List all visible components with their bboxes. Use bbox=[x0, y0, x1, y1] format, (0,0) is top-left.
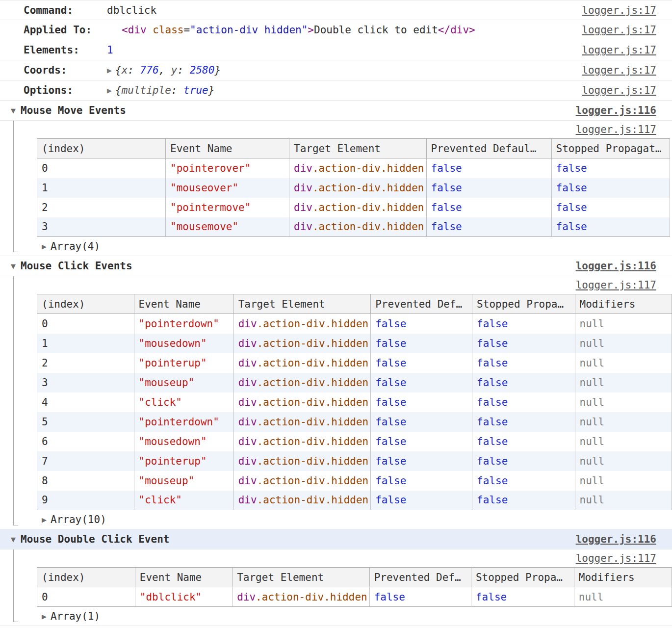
array-preview-label: Array(4) bbox=[51, 240, 100, 252]
column-header[interactable]: Modifiers bbox=[574, 568, 672, 587]
column-header[interactable]: Stopped Propagat… bbox=[551, 139, 670, 158]
collapse-triangle-icon[interactable]: ▼ bbox=[11, 536, 16, 543]
array-preview-row: ▶ Array(1) bbox=[0, 607, 672, 626]
collapse-triangle-icon[interactable]: ▼ bbox=[11, 262, 16, 270]
source-location-link[interactable]: logger.js:17 bbox=[582, 64, 656, 76]
console-log-row-applied-to: Applied To: <div class="action-div hidde… bbox=[0, 20, 672, 40]
column-header[interactable]: Target Element bbox=[233, 294, 371, 314]
table-row: 2"pointermove"div.action-div.hiddenfalse… bbox=[37, 198, 670, 217]
table-row: 0"pointerover"div.action-div.hiddenfalse… bbox=[37, 158, 670, 178]
column-header[interactable]: Prevented Def… bbox=[371, 294, 472, 314]
table-row: 5"pointerdown"div.action-div.hiddenfalse… bbox=[37, 412, 672, 432]
cell-bool: false bbox=[371, 334, 472, 353]
cell-node: div.action-div.hidden bbox=[233, 373, 371, 392]
source-location-link[interactable]: logger.js:17 bbox=[582, 24, 656, 36]
column-header[interactable]: Event Name bbox=[166, 139, 289, 158]
token-plain: = bbox=[183, 24, 190, 36]
cell-bool: false bbox=[472, 471, 575, 491]
node-tag: div bbox=[238, 436, 257, 447]
cell-bool: false bbox=[371, 373, 472, 392]
column-header[interactable]: (index) bbox=[37, 139, 166, 158]
column-header[interactable]: Stopped Propa… bbox=[472, 294, 575, 314]
console-group-mouse-click: ▼ Mouse Click Events logger.js:116 logge… bbox=[0, 256, 672, 529]
cell-null: null bbox=[575, 451, 672, 471]
token-attr: class bbox=[153, 24, 183, 36]
cell-node: div.action-div.hidden bbox=[233, 432, 371, 451]
source-location-link[interactable]: logger.js:116 bbox=[576, 533, 656, 545]
console-table-container: (index)Event NameTarget ElementPrevented… bbox=[37, 567, 672, 607]
console-group-mouse-double-click: ▼ Mouse Double Click Event logger.js:116… bbox=[0, 529, 672, 626]
expand-triangle-icon[interactable]: ▶ bbox=[107, 87, 112, 94]
node-tag: div bbox=[237, 591, 256, 603]
cell-bool: false bbox=[472, 373, 575, 392]
source-location-link[interactable]: logger.js:17 bbox=[582, 44, 656, 56]
cell-string: "mouseup" bbox=[134, 471, 233, 491]
column-header[interactable]: Prevented Def… bbox=[369, 568, 471, 587]
console-table-container: (index)Event NameTarget ElementPrevented… bbox=[37, 294, 672, 510]
cell-node: div.action-div.hidden bbox=[233, 392, 371, 412]
group-guide-line bbox=[13, 121, 18, 252]
collapse-triangle-icon[interactable]: ▼ bbox=[11, 107, 16, 114]
token-text: Double click to edit bbox=[314, 24, 438, 36]
column-header[interactable]: Stopped Propa… bbox=[471, 568, 574, 587]
table-message-row: logger.js:117 bbox=[0, 121, 672, 138]
table-row: 0"dblclick"div.action-div.hiddenfalsefal… bbox=[37, 587, 672, 607]
column-header[interactable]: (index) bbox=[37, 294, 134, 314]
node-classes: .action-div.hidden bbox=[312, 202, 424, 213]
column-header[interactable]: Prevented Defaul… bbox=[426, 139, 551, 158]
column-header[interactable]: Event Name bbox=[134, 294, 233, 314]
expand-triangle-icon[interactable]: ▶ bbox=[42, 516, 47, 523]
cell-index: 7 bbox=[37, 451, 134, 471]
cell-index: 2 bbox=[37, 198, 166, 217]
column-header[interactable]: Target Element bbox=[289, 139, 427, 158]
cell-bool: false bbox=[472, 392, 575, 412]
cell-node: div.action-div.hidden bbox=[289, 158, 427, 178]
cell-bool: false bbox=[551, 198, 670, 217]
node-classes: .action-div.hidden bbox=[257, 338, 369, 349]
group-header[interactable]: ▼ Mouse Click Events logger.js:116 bbox=[0, 256, 672, 276]
table-message-row: logger.js:117 bbox=[0, 550, 672, 567]
cell-bool: false bbox=[426, 158, 551, 178]
cell-null: null bbox=[575, 353, 672, 373]
group-body: logger.js:117 (index)Event NameTarget El… bbox=[0, 276, 672, 529]
console-log-row-elements: Elements: 1 logger.js:17 bbox=[0, 40, 672, 60]
source-location-link[interactable]: logger.js:17 bbox=[582, 4, 656, 16]
source-location-link[interactable]: logger.js:116 bbox=[576, 260, 656, 272]
log-label: Options: bbox=[24, 84, 107, 96]
object-preview[interactable]: {multiple: true} bbox=[115, 84, 214, 96]
node-tag: div bbox=[238, 494, 257, 506]
source-location-link[interactable]: logger.js:117 bbox=[576, 552, 656, 564]
cell-string: "pointerup" bbox=[134, 451, 233, 471]
expand-triangle-icon[interactable]: ▶ bbox=[42, 613, 47, 620]
node-tag: div bbox=[294, 202, 312, 213]
cell-string: "mousemove" bbox=[166, 217, 289, 237]
source-location-link[interactable]: logger.js:117 bbox=[576, 124, 656, 135]
column-header[interactable]: Modifiers bbox=[575, 294, 672, 314]
cell-index: 9 bbox=[37, 491, 134, 510]
column-header[interactable]: Target Element bbox=[233, 568, 370, 587]
column-header[interactable]: Event Name bbox=[135, 568, 232, 587]
expand-triangle-icon[interactable]: ▶ bbox=[107, 67, 112, 74]
source-location-link[interactable]: logger.js:116 bbox=[576, 105, 656, 116]
node-tag: div bbox=[238, 377, 257, 389]
token-tag: <div bbox=[122, 24, 147, 36]
table-header-row: (index)Event NameTarget ElementPrevented… bbox=[37, 294, 672, 314]
cell-index: 1 bbox=[37, 334, 134, 353]
source-location-link[interactable]: logger.js:117 bbox=[576, 279, 656, 291]
dom-element-preview[interactable]: <div class="action-div hidden">Double cl… bbox=[122, 24, 475, 36]
source-location-link[interactable]: logger.js:17 bbox=[582, 84, 656, 96]
token-num: 2580 bbox=[190, 64, 215, 76]
array-preview-label: Array(1) bbox=[51, 610, 100, 622]
cell-bool: false bbox=[369, 587, 471, 607]
table-row: 9"click"div.action-div.hiddenfalsefalsen… bbox=[37, 491, 672, 510]
log-label: Command: bbox=[24, 4, 107, 16]
cell-null: null bbox=[575, 471, 672, 491]
group-header-selected[interactable]: ▼ Mouse Double Click Event logger.js:116 bbox=[0, 529, 672, 550]
group-guide-line bbox=[13, 550, 18, 622]
group-header[interactable]: ▼ Mouse Move Events logger.js:116 bbox=[0, 101, 672, 121]
cell-string: "pointerdown" bbox=[134, 314, 233, 334]
column-header[interactable]: (index) bbox=[37, 568, 135, 587]
node-classes: .action-div.hidden bbox=[257, 357, 369, 369]
object-preview[interactable]: {x: 776, y: 2580} bbox=[115, 64, 221, 76]
expand-triangle-icon[interactable]: ▶ bbox=[42, 243, 47, 250]
